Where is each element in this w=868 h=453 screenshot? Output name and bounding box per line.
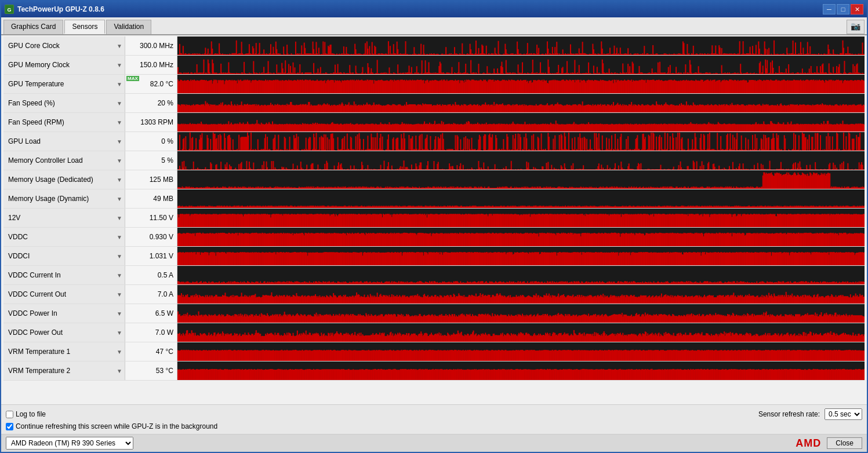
sensor-value-text: 125 MB: [150, 176, 173, 184]
sensor-dropdown-arrow[interactable]: ▼: [117, 81, 122, 87]
svg-rect-4431: [541, 133, 542, 151]
gpu-select[interactable]: AMD Radeon (TM) R9 390 Series: [6, 437, 133, 450]
sensor-dropdown-arrow[interactable]: ▼: [117, 138, 122, 145]
sensor-row: VDDC Current Out▼7.0 A: [3, 285, 865, 304]
sensor-value-text: 0.930 V: [150, 233, 173, 241]
sensor-dropdown-arrow[interactable]: ▼: [117, 43, 122, 49]
svg-rect-4043: [208, 138, 209, 151]
sensor-dropdown-arrow[interactable]: ▼: [117, 158, 122, 164]
svg-rect-4627: [709, 133, 710, 151]
svg-rect-4727: [795, 134, 796, 151]
svg-rect-4079: [238, 135, 239, 151]
svg-rect-4664: [741, 136, 742, 151]
svg-rect-697: [773, 41, 775, 55]
svg-rect-5608: [863, 169, 865, 170]
sensor-dropdown-arrow[interactable]: ▼: [117, 330, 122, 336]
svg-rect-4182: [327, 137, 328, 151]
sensor-label-text: Fan Speed (%): [8, 99, 55, 107]
sensor-dropdown-arrow[interactable]: ▼: [117, 62, 122, 68]
svg-rect-9613: [863, 252, 865, 265]
sensor-row: Fan Speed (RPM)▼1303 RPM: [3, 113, 865, 132]
svg-rect-4559: [651, 133, 652, 151]
sensor-dropdown-arrow[interactable]: ▼: [117, 215, 122, 221]
sensor-label-container: Memory Usage (Dedicated)▼: [3, 170, 125, 189]
sensor-label-container: VDDC▼: [3, 228, 125, 246]
refresh-rate-select[interactable]: 0.5 sec 1 sec 2 sec 5 sec: [825, 408, 862, 420]
svg-rect-10414: [863, 282, 865, 284]
svg-rect-5014: [354, 166, 355, 170]
svg-rect-4379: [496, 138, 497, 151]
svg-rect-962: [313, 63, 314, 74]
sensor-dropdown-arrow[interactable]: ▼: [117, 272, 122, 279]
log-to-file-label[interactable]: Log to file: [6, 410, 46, 418]
svg-rect-1328: [627, 64, 629, 74]
svg-rect-4285: [415, 136, 416, 151]
svg-rect-719: [793, 41, 794, 55]
sensor-value: 20 %: [125, 94, 177, 112]
sensor-dropdown-arrow[interactable]: ▼: [117, 177, 122, 183]
sensor-dropdown-arrow[interactable]: ▼: [117, 253, 122, 260]
svg-rect-596: [687, 44, 688, 55]
sensor-dropdown-arrow[interactable]: ▼: [117, 119, 122, 126]
sensor-row: GPU Load▼0 %: [3, 132, 865, 151]
svg-rect-4343: [465, 136, 466, 151]
sensor-dropdown-arrow[interactable]: ▼: [117, 368, 122, 374]
svg-rect-4022: [190, 133, 191, 151]
svg-rect-5238: [546, 163, 547, 170]
continue-refresh-checkbox[interactable]: [6, 423, 13, 430]
sensor-dropdown-arrow[interactable]: ▼: [117, 196, 122, 202]
svg-rect-224: [367, 49, 368, 55]
svg-rect-987: [335, 65, 336, 74]
svg-rect-4854: [216, 164, 217, 170]
sensor-dropdown-arrow[interactable]: ▼: [117, 310, 122, 317]
svg-rect-4909: [263, 161, 264, 170]
sensor-dropdown-arrow[interactable]: ▼: [117, 234, 122, 240]
svg-rect-5451: [729, 166, 730, 170]
svg-rect-43: [212, 49, 213, 55]
svg-rect-4484: [586, 139, 587, 151]
title-bar: G TechPowerUp GPU-Z 0.8.6 ─ □ ✕: [1, 1, 867, 17]
sensor-dropdown-arrow[interactable]: ▼: [117, 291, 122, 298]
svg-rect-4281: [412, 136, 413, 151]
minimize-button[interactable]: ─: [823, 4, 836, 14]
continue-refresh-label[interactable]: Continue refreshing this screen while GP…: [6, 422, 862, 430]
close-window-button[interactable]: ✕: [851, 4, 863, 14]
screenshot-button[interactable]: 📷: [847, 20, 865, 34]
maximize-button[interactable]: □: [837, 4, 849, 14]
sensor-row: GPU Core Clock▼300.0 MHz: [3, 36, 865, 56]
tab-sensors[interactable]: Sensors: [64, 20, 105, 34]
sensor-label-container: VRM Temperature 1▼: [3, 342, 125, 361]
close-button[interactable]: Close: [827, 437, 862, 449]
svg-rect-5049: [384, 160, 385, 170]
log-to-file-checkbox[interactable]: [6, 411, 13, 418]
svg-rect-4055: [218, 135, 219, 151]
sensor-dropdown-arrow[interactable]: ▼: [117, 100, 122, 107]
tab-validation[interactable]: Validation: [106, 20, 151, 34]
sensor-label-text: GPU Load: [8, 137, 41, 145]
svg-rect-1485: [762, 65, 764, 74]
sensor-label-container: 12V▼: [3, 209, 125, 227]
svg-rect-4524: [620, 134, 622, 151]
svg-rect-4121: [274, 135, 275, 151]
sensor-label-container: VRM Temperature 2▼: [3, 361, 125, 380]
svg-rect-854: [220, 64, 221, 74]
svg-rect-4871: [231, 166, 232, 170]
sensor-label-text: VRM Temperature 1: [8, 348, 70, 356]
svg-rect-4816: [183, 161, 184, 170]
sensor-dropdown-arrow[interactable]: ▼: [117, 349, 122, 355]
svg-rect-691: [768, 48, 769, 55]
svg-rect-5602: [859, 162, 860, 170]
tab-graphics-card[interactable]: Graphics Card: [3, 20, 63, 34]
svg-rect-4651: [729, 133, 731, 151]
svg-rect-350: [475, 41, 477, 55]
sensor-row: 12V▼11.50 V: [3, 209, 865, 228]
svg-rect-4880: [238, 164, 239, 170]
sensor-value: 0.930 V: [125, 228, 177, 246]
svg-rect-1375: [668, 67, 669, 74]
svg-rect-4178: [324, 134, 325, 151]
svg-rect-4943: [293, 164, 294, 170]
svg-rect-5395: [681, 167, 682, 170]
svg-rect-5463: [739, 163, 740, 170]
svg-rect-172: [322, 42, 324, 55]
svg-rect-909: [268, 61, 269, 74]
